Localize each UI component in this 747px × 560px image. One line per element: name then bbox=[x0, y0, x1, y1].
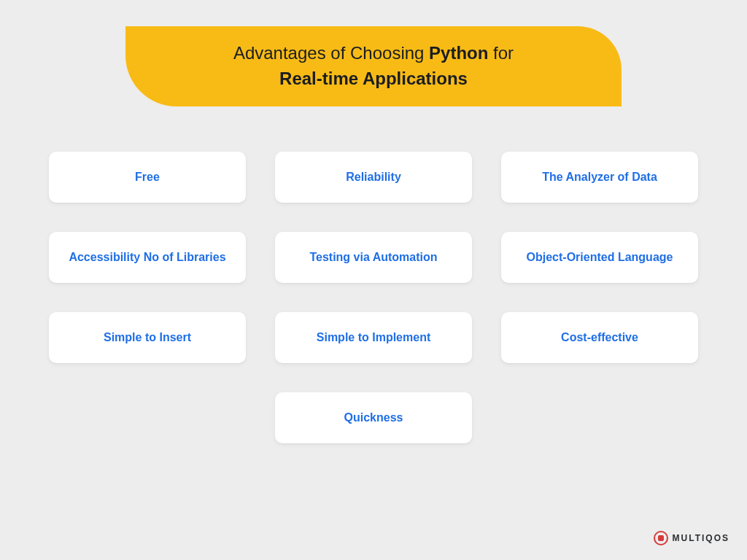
title-banner-shape: Advantages of Choosing Python for Real-t… bbox=[125, 26, 622, 106]
brand-logo: MULTIQOS bbox=[654, 531, 729, 545]
advantage-card: The Analyzer of Data bbox=[501, 152, 698, 203]
advantage-card: Simple to Implement bbox=[275, 312, 472, 363]
advantage-card: Testing via Automation bbox=[275, 232, 472, 283]
advantage-card: Quickness bbox=[275, 392, 472, 443]
advantage-label: Quickness bbox=[344, 411, 403, 426]
advantage-card: Object-Oriented Language bbox=[501, 232, 698, 283]
advantage-label: The Analyzer of Data bbox=[542, 170, 657, 185]
brand-logo-text: MULTIQOS bbox=[673, 533, 729, 543]
grid-row: Accessibility No of Libraries Testing vi… bbox=[49, 232, 698, 283]
advantage-card: Simple to Insert bbox=[49, 312, 246, 363]
advantage-card: Cost-effective bbox=[501, 312, 698, 363]
grid-row: Quickness bbox=[49, 392, 698, 443]
advantage-label: Free bbox=[135, 170, 160, 185]
brand-logo-icon bbox=[654, 531, 668, 545]
grid-row: Free Reliability The Analyzer of Data bbox=[49, 152, 698, 203]
title-prefix: Advantages of Choosing bbox=[233, 43, 429, 63]
advantage-label: Simple to Implement bbox=[317, 330, 430, 346]
advantage-label: Reliability bbox=[346, 170, 401, 185]
advantage-label: Accessibility No of Libraries bbox=[69, 250, 225, 265]
grid-row: Simple to Insert Simple to Implement Cos… bbox=[49, 312, 698, 363]
title-bold: Python bbox=[429, 43, 488, 63]
advantage-label: Simple to Insert bbox=[104, 330, 191, 346]
title-suffix: for bbox=[488, 43, 514, 63]
advantage-label: Cost-effective bbox=[561, 330, 638, 346]
advantage-card: Accessibility No of Libraries bbox=[49, 232, 246, 283]
advantage-card: Free bbox=[49, 152, 246, 203]
advantage-grid: Free Reliability The Analyzer of Data Ac… bbox=[49, 152, 698, 443]
advantage-label: Object-Oriented Language bbox=[527, 250, 673, 265]
title-banner: Advantages of Choosing Python for Real-t… bbox=[125, 26, 622, 106]
advantage-label: Testing via Automation bbox=[309, 250, 437, 265]
title-line-2: Real-time Applications bbox=[279, 66, 468, 92]
title-line-1: Advantages of Choosing Python for bbox=[233, 41, 514, 66]
advantage-card: Reliability bbox=[275, 152, 472, 203]
